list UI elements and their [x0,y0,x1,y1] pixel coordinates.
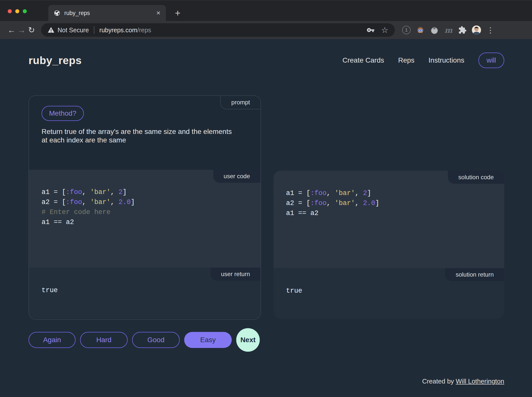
profile-avatar[interactable] [471,25,481,35]
next-button[interactable]: Next [236,328,260,352]
globe-favicon-icon [54,10,60,16]
solution-card: solution code a1 = [:foo, 'bar', 2]a2 = … [274,171,504,319]
reload-icon[interactable]: ↻ [27,25,37,35]
prompt-section-tab: prompt [220,96,260,109]
girl-emoji-extension-icon[interactable] [415,25,425,35]
nav-link-instructions[interactable]: Instructions [428,56,464,64]
again-button[interactable]: Again [29,332,76,348]
browser-menu-kebab-icon[interactable]: ⋮ [485,25,495,35]
tab-bar: ruby_reps × + [0,0,532,21]
browser-toolbar: ← → ↻ Not Secure rubyreps.com/reps ☆ 1 [0,21,532,39]
url-text[interactable]: rubyreps.com/reps [99,27,151,34]
url-divider [94,26,94,34]
easy-button[interactable]: Easy [184,332,232,348]
url-path: /reps [137,27,151,34]
not-secure-warning-icon[interactable] [48,27,55,34]
site-nav: Create Cards Reps Instructions will [342,53,504,68]
browser-window: ruby_reps × + ← → ↻ Not Secure rubyreps.… [0,0,532,397]
solution-return-section-tab: solution return [445,268,504,281]
browser-tab[interactable]: ruby_reps × [48,5,166,21]
close-tab-icon[interactable]: × [156,10,160,17]
solution-code-section: solution code a1 = [:foo, 'bar', 2]a2 = … [274,171,504,268]
nav-link-reps[interactable]: Reps [398,56,414,64]
prompt-section: prompt Method? Return true of the array'… [29,96,260,170]
good-button[interactable]: Good [132,332,180,348]
user-card: prompt Method? Return true of the array'… [29,95,261,320]
new-tab-button[interactable]: + [172,8,183,19]
footer-credit-prefix: Created by [422,377,456,385]
method-badge: Method? [42,106,84,121]
password-key-icon[interactable] [367,26,375,34]
hard-button[interactable]: Hard [80,332,128,348]
address-bar[interactable]: Not Secure rubyreps.com/reps ☆ [41,23,395,37]
extensions-cluster: 1 m [401,25,495,35]
close-window-button[interactable] [8,9,12,13]
security-label[interactable]: Not Secure [58,27,89,34]
user-code-section[interactable]: user code a1 = [:foo, 'bar', 2]a2 = [:fo… [29,170,260,268]
tomato-timer-extension-icon[interactable] [429,25,439,35]
url-host: rubyreps.com [99,27,137,34]
tab-title: ruby_reps [64,10,156,17]
page-content: ruby_reps Create Cards Reps Instructions… [0,39,532,397]
forward-icon[interactable]: → [17,26,27,35]
solution-code-section-tab: solution code [448,171,504,184]
user-menu-button[interactable]: will [478,53,504,68]
site-header: ruby_reps Create Cards Reps Instructions… [29,49,504,72]
extensions-puzzle-icon[interactable] [457,25,467,35]
user-return-section: user return true [29,268,260,318]
solution-return-section: solution return true [274,268,504,319]
footer-credit: Created by Will Lotherington [422,377,504,385]
user-return-section-tab: user return [210,268,260,281]
review-actions: Again Hard Good Easy Next [29,328,260,352]
prompt-text: Return true of the array's are the same … [42,127,234,144]
extension-badge-one-icon[interactable]: 1 [401,25,411,35]
nav-link-create-cards[interactable]: Create Cards [342,56,384,64]
author-link[interactable]: Will Lotherington [456,377,504,385]
zoom-window-button[interactable] [23,9,27,13]
user-code-section-tab: user code [213,170,260,183]
bookmark-star-icon[interactable]: ☆ [381,26,388,34]
m-extension-icon[interactable]: m [443,25,453,35]
back-icon[interactable]: ← [7,26,17,35]
minimize-window-button[interactable] [15,9,19,13]
site-title: ruby_reps [29,54,82,67]
traffic-lights [8,9,27,13]
